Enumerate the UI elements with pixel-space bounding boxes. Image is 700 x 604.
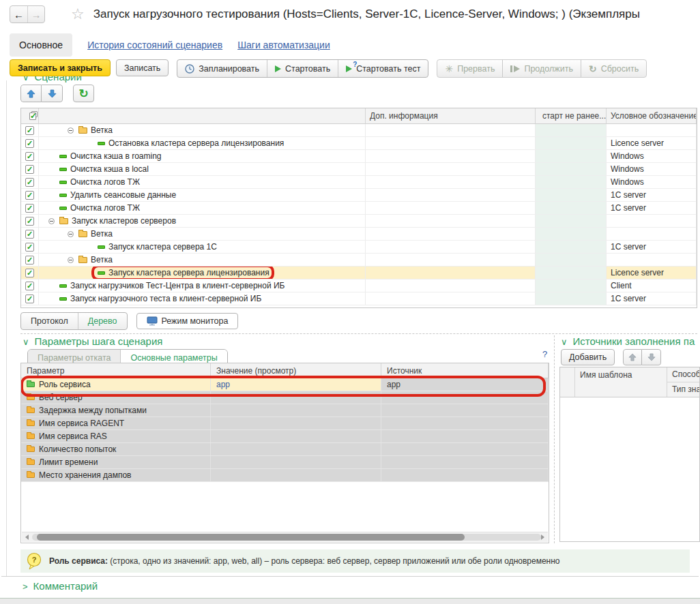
designation-column-header[interactable]: Условное обозначение ед xyxy=(607,108,697,123)
row-checkbox[interactable]: ✓ xyxy=(25,269,34,277)
fill-method-column-header[interactable]: Способ з xyxy=(667,367,700,382)
tab-main[interactable]: Основное xyxy=(10,33,72,57)
chevron-down-icon: ∨ xyxy=(561,337,568,347)
parameters-table: Параметр Значение (просмотр) Источник Ро… xyxy=(20,363,549,543)
interrupt-label: Прервать xyxy=(457,64,495,74)
start-test-button[interactable]: ? Стартовать тест xyxy=(338,60,428,77)
parameter-row[interactable]: Количество попыток xyxy=(21,443,549,456)
parameter-column-header[interactable]: Параметр xyxy=(21,363,211,378)
template-name-column-header[interactable]: Имя шаблона xyxy=(575,367,667,397)
sources-move-down-button[interactable] xyxy=(642,349,661,365)
parameter-row[interactable]: Роль сервиса app app xyxy=(21,378,549,391)
reset-button[interactable]: ↻ Сбросить xyxy=(581,60,646,77)
row-checkbox[interactable]: ✓ xyxy=(25,152,34,161)
row-checkbox[interactable]: ✓ xyxy=(25,204,34,213)
command-bar: Записать и закрыть Записать Запланироват… xyxy=(10,59,647,78)
add-button[interactable]: Добавить xyxy=(561,349,615,365)
help-link[interactable]: ? xyxy=(542,349,547,359)
parameter-row[interactable]: Веб сервер xyxy=(21,391,549,404)
table-row[interactable]: ✓ Запуск нагрузчиков Тест-Центра в клиен… xyxy=(21,280,697,292)
table-row[interactable]: ✓ Запуск кластеров серверов xyxy=(21,215,697,228)
table-row[interactable]: ✓ Остановка кластера сервера лицензирова… xyxy=(21,137,697,150)
move-up-button[interactable] xyxy=(20,85,42,102)
table-row[interactable]: ✓ Запуск кластера сервера 1С 1C server xyxy=(21,241,697,254)
extra-info-column-header[interactable]: Доп. информация xyxy=(366,108,536,123)
extra-info-cell xyxy=(366,163,536,175)
start-not-before-column-header[interactable]: старт не ранее... xyxy=(536,108,607,123)
scroll-left-arrow[interactable] xyxy=(25,534,29,540)
value-type-column-header[interactable]: Тип значе xyxy=(667,382,700,397)
parameter-icon xyxy=(27,447,35,452)
table-row[interactable]: ✓ Очистка кэша в local Windows xyxy=(21,163,697,176)
sources-group-header[interactable]: ∨Источники заполнения па xyxy=(561,335,695,347)
horizontal-scrollbar[interactable] xyxy=(22,532,548,542)
scrollbar-thumb[interactable] xyxy=(37,534,465,541)
expander-icon[interactable] xyxy=(68,257,74,263)
tab-history[interactable]: История состояний сценариев xyxy=(87,40,222,50)
favorite-star-icon[interactable]: ☆ xyxy=(71,7,85,22)
save-button[interactable]: Записать xyxy=(116,59,169,76)
table-row[interactable]: ✓ Запуск нагрузочного теста в клиент-сер… xyxy=(21,292,697,305)
row-checkbox[interactable]: ✓ xyxy=(25,295,34,303)
parameters-group-header[interactable]: ∨Параметры шага сценария xyxy=(23,335,162,347)
parameter-row[interactable]: Имя сервиса RAGENT xyxy=(21,417,549,430)
parameter-row[interactable]: Задержка между попытками xyxy=(21,404,549,417)
parameter-row[interactable]: Имя сервиса RAS xyxy=(21,430,549,443)
row-label: Запуск кластера сервера 1С xyxy=(108,242,217,252)
node-icon xyxy=(59,194,67,197)
comment-group-header[interactable]: >Комментарий xyxy=(23,580,98,592)
table-row[interactable]: ✓ Очистка логов ТЖ 1C server xyxy=(21,202,697,215)
table-row[interactable]: ✓ Ветка xyxy=(21,228,697,241)
source-column-header[interactable]: Источник xyxy=(381,363,549,378)
select-all-icon[interactable]: ✓ xyxy=(28,111,38,121)
row-checkbox[interactable]: ✓ xyxy=(25,256,34,265)
row-checkbox[interactable]: ✓ xyxy=(25,217,34,226)
extra-info-cell xyxy=(366,215,536,227)
tab-automation[interactable]: Шаги автоматизации xyxy=(237,40,330,50)
sources-move-up-button[interactable] xyxy=(623,349,642,365)
node-icon xyxy=(59,168,67,171)
continue-button[interactable]: Продолжить xyxy=(502,60,580,77)
row-checkbox[interactable]: ✓ xyxy=(25,282,34,290)
table-row[interactable]: ✓ Удалить сеансовые данные 1C server xyxy=(21,189,697,202)
continue-label: Продолжить xyxy=(524,64,572,74)
row-checkbox[interactable]: ✓ xyxy=(25,243,34,252)
table-row[interactable]: ✓ Очистка логов ТЖ Windows xyxy=(21,176,697,189)
parameter-row[interactable]: Лимит времени xyxy=(21,456,549,469)
expander-icon[interactable] xyxy=(68,231,74,237)
schedule-button[interactable]: Запланировать xyxy=(177,60,267,77)
row-checkbox[interactable]: ✓ xyxy=(25,139,34,148)
tab-bar: Основное История состояний сценариев Шаг… xyxy=(10,32,330,57)
value-column-header[interactable]: Значение (просмотр) xyxy=(211,363,381,378)
designation-cell: 1C server xyxy=(607,189,697,201)
save-and-close-button[interactable]: Записать и закрыть xyxy=(10,59,111,76)
row-checkbox[interactable]: ✓ xyxy=(25,191,34,200)
row-checkbox[interactable]: ✓ xyxy=(25,230,34,239)
parameter-row[interactable]: Место хранения дампов xyxy=(21,469,549,482)
table-row[interactable]: ✓ Ветка xyxy=(21,254,697,267)
extra-info-cell xyxy=(366,150,536,162)
table-row[interactable]: ✓ Запуск кластера сервера лицензирования… xyxy=(21,267,697,280)
row-checkbox[interactable]: ✓ xyxy=(25,126,34,135)
refresh-button[interactable]: ↻ xyxy=(73,85,94,102)
expander-icon[interactable] xyxy=(48,218,55,224)
row-label: Ветка xyxy=(91,125,113,135)
table-row[interactable]: ✓ Ветка xyxy=(21,124,697,137)
monitor-mode-button[interactable]: Режим монитора xyxy=(136,313,239,329)
back-button[interactable]: ← xyxy=(10,6,27,22)
forward-button[interactable]: → xyxy=(27,6,44,22)
row-checkbox[interactable]: ✓ xyxy=(25,178,34,187)
expander-icon[interactable] xyxy=(68,127,74,134)
start-actions-group: Запланировать Стартовать ? Стартовать те… xyxy=(177,59,428,78)
tree-view-button[interactable]: Дерево xyxy=(78,313,127,329)
interrupt-button[interactable]: ✳ Прервать xyxy=(437,60,502,77)
table-row[interactable]: ✓ Очистка кэша в roaming Windows xyxy=(21,150,697,163)
scroll-right-arrow[interactable] xyxy=(541,534,544,540)
tree-column-header[interactable] xyxy=(39,108,366,123)
row-checkbox[interactable]: ✓ xyxy=(25,165,34,174)
scrollbar-track[interactable] xyxy=(32,534,541,541)
protocol-view-button[interactable]: Протокол xyxy=(21,313,78,329)
parameter-name: Лимит времени xyxy=(39,457,98,467)
move-down-button[interactable] xyxy=(42,85,63,102)
start-button[interactable]: Стартовать xyxy=(267,60,338,77)
